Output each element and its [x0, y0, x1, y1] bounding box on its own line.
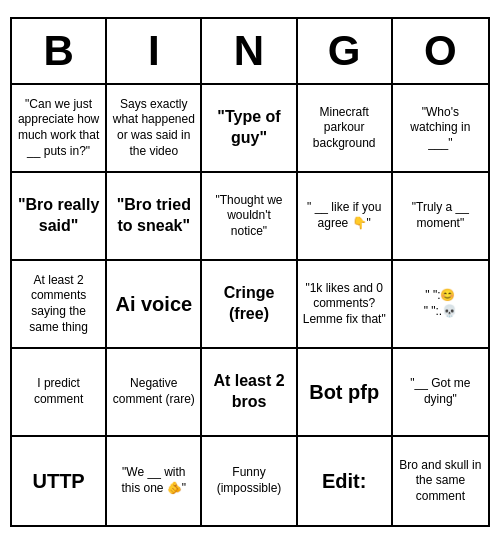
bingo-letter-n: N [202, 19, 297, 83]
bingo-cell-13: "1k likes and 0 comments? Lemme fix that… [298, 261, 393, 349]
bingo-header: BINGO [12, 19, 488, 85]
bingo-card: BINGO "Can we just appreciate how much w… [10, 17, 490, 527]
bingo-cell-20: UTTP [12, 437, 107, 525]
bingo-cell-19: "__ Got me dying" [393, 349, 488, 437]
bingo-cell-2: "Type of guy" [202, 85, 297, 173]
bingo-cell-9: "Truly a __ moment" [393, 173, 488, 261]
bingo-letter-i: I [107, 19, 202, 83]
bingo-grid: "Can we just appreciate how much work th… [12, 85, 488, 525]
bingo-cell-16: Negative comment (rare) [107, 349, 202, 437]
bingo-cell-24: Bro and skull in the same comment [393, 437, 488, 525]
bingo-cell-6: "Bro tried to sneak" [107, 173, 202, 261]
bingo-cell-3: Minecraft parkour background [298, 85, 393, 173]
bingo-cell-4: "Who's watching in ___" [393, 85, 488, 173]
bingo-cell-12: Cringe (free) [202, 261, 297, 349]
bingo-cell-23: Edit: [298, 437, 393, 525]
bingo-letter-b: B [12, 19, 107, 83]
bingo-cell-8: " __ like if you agree 👇" [298, 173, 393, 261]
bingo-cell-17: At least 2 bros [202, 349, 297, 437]
bingo-cell-5: "Bro really said" [12, 173, 107, 261]
bingo-cell-22: Funny (impossible) [202, 437, 297, 525]
bingo-cell-18: Bot pfp [298, 349, 393, 437]
bingo-letter-g: G [298, 19, 393, 83]
bingo-cell-14: " ":😊" ":.💀 [393, 261, 488, 349]
bingo-cell-10: At least 2 comments saying the same thin… [12, 261, 107, 349]
bingo-letter-o: O [393, 19, 488, 83]
bingo-cell-0: "Can we just appreciate how much work th… [12, 85, 107, 173]
bingo-cell-21: "We __ with this one 🫵" [107, 437, 202, 525]
bingo-cell-7: "Thought we wouldn't notice" [202, 173, 297, 261]
bingo-cell-1: Says exactly what happened or was said i… [107, 85, 202, 173]
bingo-cell-11: Ai voice [107, 261, 202, 349]
bingo-cell-15: I predict comment [12, 349, 107, 437]
